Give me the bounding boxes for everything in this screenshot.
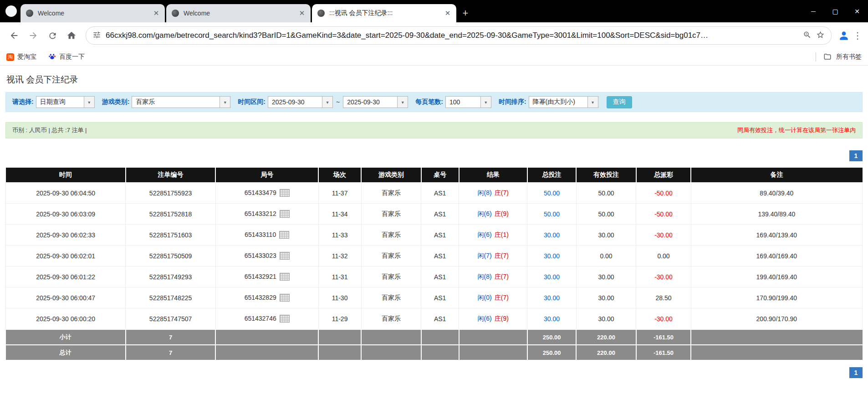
total-bet-link[interactable]: 30.00: [544, 231, 560, 239]
profile-avatar-icon[interactable]: [836, 28, 852, 43]
date-start-dropdown[interactable]: 2025-09-30 ▾: [268, 96, 333, 108]
tab-close-icon[interactable]: ✕: [152, 9, 160, 17]
payout-cell: 0.00: [636, 246, 691, 266]
chevron-down-icon[interactable]: ▾: [220, 96, 230, 108]
game-board-icon[interactable]: [280, 294, 290, 302]
date-end-dropdown[interactable]: 2025-09-30 ▾: [343, 96, 408, 108]
page-1-button[interactable]: 1: [849, 367, 863, 378]
chevron-down-icon[interactable]: ▾: [322, 96, 333, 108]
table-no-cell: AS1: [421, 225, 459, 246]
back-icon[interactable]: [6, 27, 22, 44]
tab-welcome-1[interactable]: Welcome ✕: [20, 4, 165, 22]
game-board-icon[interactable]: [280, 252, 290, 260]
window-close-button[interactable]: ✕: [846, 0, 868, 22]
remark-cell: 199.40/169.40: [691, 266, 862, 287]
date-start-value[interactable]: 2025-09-30: [268, 96, 322, 108]
zoom-icon[interactable]: [803, 31, 812, 41]
query-type-dropdown[interactable]: 日期查询 ▾: [36, 96, 95, 108]
table-no-cell: AS1: [421, 266, 459, 287]
total-bet-link[interactable]: 30.00: [544, 294, 560, 302]
round-cell: 651433023: [215, 246, 318, 266]
table-no-cell: AS1: [421, 287, 459, 308]
url-text[interactable]: 66cxkj98.com/game/betrecord_search/kind3…: [106, 31, 798, 40]
bet-id-cell: 522851749293: [126, 266, 216, 287]
game-kind-cell: 百家乐: [361, 287, 421, 308]
tab-title: :::视讯 会员下注纪录:::: [329, 9, 444, 17]
search-button[interactable]: 查询: [607, 96, 632, 108]
round-number: 651433023: [245, 252, 276, 259]
forward-icon[interactable]: [25, 27, 41, 44]
game-board-icon[interactable]: [280, 189, 290, 197]
table-row: 2025-09-30 06:00:20 522851747507 6514327…: [6, 308, 863, 330]
browser-menu-icon[interactable]: ⋮: [852, 30, 863, 41]
remark-cell: 139.40/89.40: [691, 204, 862, 225]
page-size-value[interactable]: 100: [445, 96, 480, 108]
round-cell: 651432921: [215, 266, 318, 287]
session-cell: 11-32: [318, 246, 361, 266]
result-banker: 庄(7): [495, 273, 509, 280]
page-size-dropdown[interactable]: 100 ▾: [445, 96, 491, 108]
tab-close-icon[interactable]: ✕: [444, 9, 452, 17]
total-bet-link[interactable]: 50.00: [544, 190, 560, 197]
col-time: 时间: [6, 168, 126, 183]
session-cell: 11-29: [318, 308, 361, 330]
site-settings-icon[interactable]: [92, 31, 101, 41]
total-bet-link[interactable]: 50.00: [544, 210, 560, 218]
address-bar[interactable]: 66cxkj98.com/game/betrecord_search/kind3…: [86, 26, 832, 45]
date-end-value[interactable]: 2025-09-30: [343, 96, 397, 108]
table-row: 2025-09-30 06:00:47 522851748225 6514328…: [6, 287, 863, 308]
result-player: 闲(0): [478, 294, 492, 301]
tab-bet-records-active[interactable]: :::视讯 会员下注纪录::: ✕: [312, 4, 456, 22]
sort-dropdown[interactable]: 降幂(由大到小) ▾: [529, 96, 598, 108]
new-tab-button[interactable]: +: [458, 4, 473, 22]
filter-label-game-kind: 游戏类别:: [102, 98, 130, 106]
col-table-no: 桌号: [421, 168, 459, 183]
empty-cell: [459, 329, 527, 345]
baidu-paw-icon: [48, 52, 56, 62]
chevron-down-icon[interactable]: ▾: [397, 96, 408, 108]
tab-search-button[interactable]: [5, 5, 17, 17]
chevron-down-icon[interactable]: ▾: [587, 96, 598, 108]
game-board-icon[interactable]: [280, 210, 290, 218]
table-no-cell: AS1: [421, 308, 459, 330]
total-bet-link[interactable]: 30.00: [544, 273, 560, 281]
game-board-icon[interactable]: [280, 273, 290, 281]
query-type-value[interactable]: 日期查询: [36, 96, 84, 108]
remark-cell: 89.40/39.40: [691, 183, 862, 204]
tab-welcome-2[interactable]: Welcome ✕: [166, 4, 311, 22]
result-banker: 庄(9): [495, 315, 509, 322]
chevron-down-icon[interactable]: ▾: [480, 96, 491, 108]
empty-cell: [421, 329, 459, 345]
result-banker: 庄(7): [495, 252, 509, 259]
game-kind-dropdown[interactable]: 百家乐 ▾: [132, 96, 230, 108]
home-icon[interactable]: [63, 27, 80, 44]
time-cell: 2025-09-30 06:00:20: [6, 308, 126, 330]
session-cell: 11-31: [318, 266, 361, 287]
col-game-kind: 游戏类别: [361, 168, 421, 183]
game-kind-cell: 百家乐: [361, 246, 421, 266]
sort-value[interactable]: 降幂(由大到小): [529, 96, 587, 108]
tab-close-icon[interactable]: ✕: [298, 9, 306, 17]
bookmark-star-icon[interactable]: [816, 31, 825, 41]
total-total-bet: 250.00: [527, 345, 576, 360]
pagination-top: 1: [5, 150, 863, 161]
bet-id-cell: 522851755923: [126, 183, 216, 204]
filter-label-sort: 时间排序:: [499, 98, 526, 106]
page-1-button[interactable]: 1: [849, 150, 863, 161]
reload-icon[interactable]: [44, 27, 61, 44]
all-bookmarks[interactable]: 所有书签: [816, 52, 862, 62]
total-bet-link[interactable]: 30.00: [544, 315, 560, 323]
game-board-icon[interactable]: [279, 231, 289, 239]
minimize-button[interactable]: ─: [802, 0, 824, 22]
session-cell: 11-33: [318, 225, 361, 246]
chevron-down-icon[interactable]: ▾: [84, 96, 95, 108]
maximize-button[interactable]: ▢: [824, 0, 846, 22]
bookmark-baidu[interactable]: 百度一下: [48, 52, 85, 62]
remark-cell: 169.40/169.40: [691, 246, 862, 266]
taobao-icon: 淘: [6, 53, 14, 61]
game-board-icon[interactable]: [280, 315, 290, 323]
tab-title: Welcome: [38, 10, 152, 17]
game-kind-value[interactable]: 百家乐: [132, 96, 220, 108]
bookmark-taobao[interactable]: 淘 爱淘宝: [6, 53, 36, 61]
total-bet-link[interactable]: 30.00: [544, 252, 560, 260]
